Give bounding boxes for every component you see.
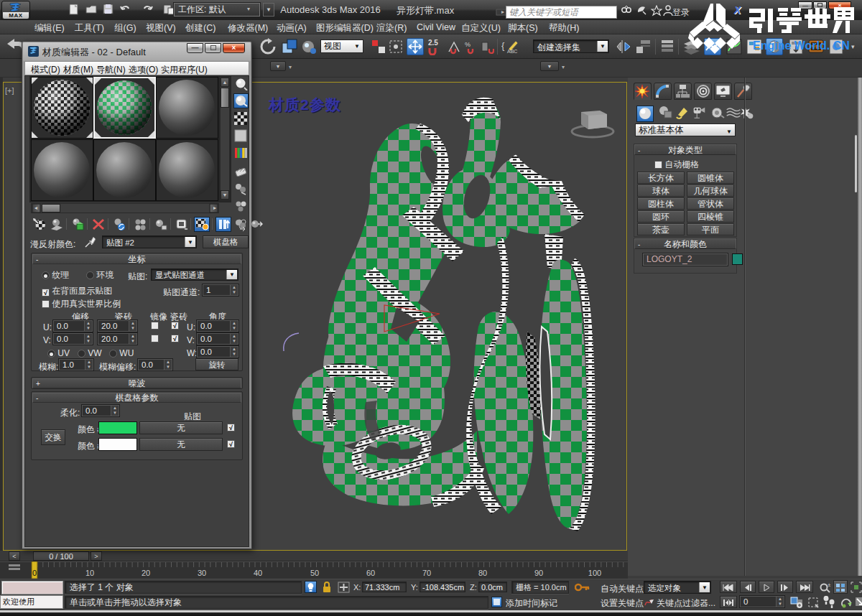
svg-text:ABC: ABC	[507, 49, 517, 54]
svg-text:40: 40	[254, 569, 262, 577]
svg-text:50: 50	[310, 569, 319, 577]
svg-text:VR: VR	[812, 44, 820, 50]
svg-text:100: 100	[588, 569, 601, 577]
svg-text:%: %	[465, 41, 471, 48]
svg-text:70: 70	[422, 569, 431, 577]
svg-text:30: 30	[198, 569, 206, 577]
svg-text:80: 80	[478, 569, 487, 577]
svg-text:10: 10	[85, 569, 94, 577]
svg-text:{: {	[501, 40, 505, 51]
svg-text:0: 0	[32, 569, 37, 577]
svg-text:20: 20	[142, 569, 150, 577]
svg-text:±: ±	[828, 582, 831, 588]
svg-text:90: 90	[534, 569, 543, 577]
svg-text:60: 60	[366, 569, 375, 577]
